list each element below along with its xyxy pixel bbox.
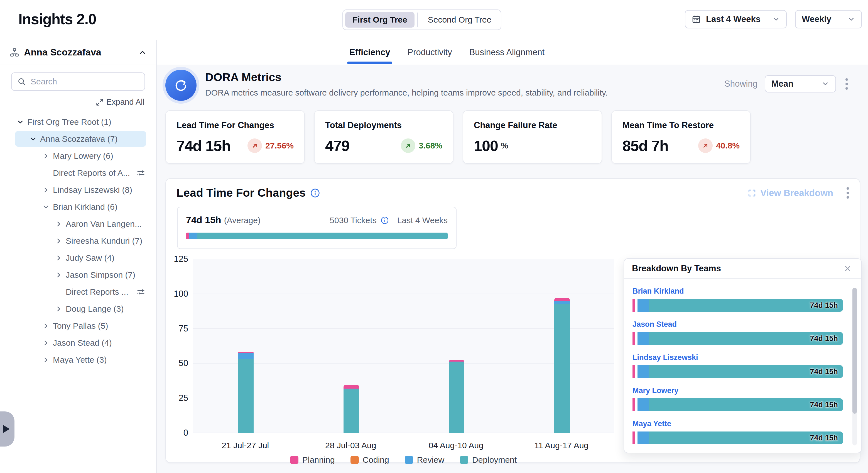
tree-item-label: Direct Reports ...: [66, 287, 128, 297]
org-tab-first[interactable]: First Org Tree: [345, 12, 414, 28]
gridline: [193, 259, 614, 259]
team-row: Jason Stead74d 15h: [632, 319, 843, 345]
tree-item[interactable]: Direct Reports of A...: [0, 164, 156, 181]
chevron-right-icon[interactable]: [41, 151, 51, 161]
bar-segment-planning: [632, 398, 635, 411]
legend-label: Review: [417, 455, 444, 465]
tree-item[interactable]: Doug Lange (3): [0, 300, 156, 317]
filter-icon[interactable]: [137, 288, 145, 296]
chevron-right-icon[interactable]: [41, 185, 51, 195]
info-icon[interactable]: [310, 188, 320, 198]
toggle-separator: [417, 12, 418, 27]
chevron-down-icon: [772, 15, 780, 23]
expand-all-button[interactable]: Expand All: [0, 97, 145, 107]
header-divider: [0, 65, 868, 65]
legend-item-planning[interactable]: Planning: [290, 455, 335, 465]
chevron-right-icon[interactable]: [54, 219, 63, 229]
info-icon[interactable]: [380, 216, 389, 225]
trend-up-icon: [698, 139, 713, 153]
bar-segment-deployment: [449, 362, 464, 433]
bar-segment-planning: [343, 385, 359, 389]
stacked-bar: [238, 259, 254, 433]
tree-item[interactable]: Mary Lowery (6): [0, 147, 156, 164]
tree-item[interactable]: Direct Reports ...: [0, 283, 156, 300]
chevron-right-icon[interactable]: [41, 355, 51, 365]
bar-segment-planning: [632, 432, 635, 444]
y-axis-tick: 0: [168, 428, 188, 438]
y-axis-tick: 50: [168, 358, 188, 368]
close-icon[interactable]: [842, 263, 854, 274]
legend-item-deployment[interactable]: Deployment: [460, 455, 517, 465]
legend-item-review[interactable]: Review: [405, 455, 444, 465]
chevron-right-icon[interactable]: [54, 304, 63, 314]
tab-business-alignment[interactable]: Business Alignment: [469, 40, 545, 65]
tree-item[interactable]: Jason Stead (4): [0, 334, 156, 351]
tab-efficiency[interactable]: Efficiency: [349, 40, 390, 65]
y-axis-tick: 25: [168, 393, 188, 403]
tree-item[interactable]: First Org Tree Root (1): [0, 113, 156, 130]
team-name-link[interactable]: Jason Stead: [632, 320, 677, 329]
chevron-down-icon[interactable]: [41, 202, 51, 212]
chevron-down-icon: [847, 15, 855, 23]
lead-time-summary: 74d 15h (Average) 5030 Tickets Last 4 We…: [177, 207, 457, 249]
summary-period: Last 4 Weeks: [397, 216, 447, 225]
tree-item[interactable]: Maya Yette (3): [0, 351, 156, 368]
summary-average-value: 74d 15h: [186, 214, 221, 225]
metric-card-title: Lead Time For Changes: [177, 120, 294, 130]
lead-time-title: Lead Time For Changes: [177, 186, 306, 200]
team-name-link[interactable]: Maya Yette: [632, 419, 671, 428]
tree-item[interactable]: Anna Scozzafava (7): [0, 130, 156, 147]
summary-tickets: 5030 Tickets: [330, 216, 376, 225]
tree-item[interactable]: Tony Pallas (5): [0, 317, 156, 334]
tab-productivity[interactable]: Productivity: [407, 40, 452, 65]
tree-item[interactable]: Brian Kirkland (6): [0, 198, 156, 215]
metric-card-suffix: %: [501, 141, 508, 150]
x-axis-label: 04 Aug-10 Aug: [409, 441, 503, 450]
org-tab-second[interactable]: Second Org Tree: [421, 12, 499, 28]
bar-segment-review: [638, 432, 649, 444]
breakdown-panel-title: Breakdown By Teams: [632, 264, 721, 273]
filter-icon[interactable]: [137, 169, 145, 177]
bar-segment-planning: [632, 332, 635, 345]
chevron-right-icon[interactable]: [54, 253, 63, 263]
granularity-value: Weekly: [802, 14, 831, 24]
chevron-right-icon[interactable]: [41, 338, 51, 348]
team-bar: 74d 15h: [632, 432, 843, 444]
chevron-down-icon[interactable]: [28, 134, 38, 144]
tree-item[interactable]: Sireesha Kunduri (7): [0, 232, 156, 249]
scrollbar-track[interactable]: [852, 288, 857, 445]
metric-card-delta: 40.8%: [716, 141, 740, 150]
bar-segment-planning: [554, 298, 570, 301]
tree-item[interactable]: Aaron Van Langen...: [0, 215, 156, 232]
caret-right-icon: [3, 425, 10, 433]
granularity-select[interactable]: Weekly: [795, 10, 862, 28]
team-bar: 74d 15h: [632, 332, 843, 345]
stacked-bar: [449, 259, 464, 433]
dora-kebab-menu[interactable]: [843, 76, 850, 92]
team-value: 74d 15h: [810, 334, 838, 343]
metric-card-delta: 3.68%: [419, 141, 442, 150]
metric-card-title: Total Deployments: [325, 120, 442, 130]
sidebar-collapse-handle[interactable]: [0, 411, 14, 447]
sidebar-search: [11, 72, 145, 91]
team-name-link[interactable]: Mary Lowery: [632, 386, 678, 395]
aggregation-select[interactable]: Mean: [765, 75, 836, 92]
tree-item[interactable]: Judy Saw (4): [0, 249, 156, 266]
chevron-right-icon[interactable]: [54, 270, 63, 280]
team-name-link[interactable]: Brian Kirkland: [632, 287, 684, 296]
legend-item-coding[interactable]: Coding: [350, 455, 389, 465]
date-range-select[interactable]: Last 4 Weeks: [685, 10, 787, 28]
chevron-down-icon[interactable]: [16, 117, 25, 127]
view-breakdown-button[interactable]: View Breakdown: [747, 188, 833, 198]
team-name-link[interactable]: Lindsay Liszewski: [632, 353, 698, 362]
chevron-up-icon[interactable]: [138, 48, 147, 57]
tree-item[interactable]: Lindsay Liszewski (8): [0, 181, 156, 198]
chevron-right-icon[interactable]: [41, 321, 51, 331]
y-axis-tick: 75: [168, 324, 188, 334]
chevron-right-icon[interactable]: [54, 236, 63, 246]
tree-item[interactable]: Jason Simpson (7): [0, 266, 156, 283]
lead-time-kebab-menu[interactable]: [844, 185, 851, 201]
search-input[interactable]: [31, 77, 139, 86]
scrollbar-thumb[interactable]: [852, 288, 857, 414]
tree-item-label: Mary Lowery (6): [53, 151, 113, 161]
